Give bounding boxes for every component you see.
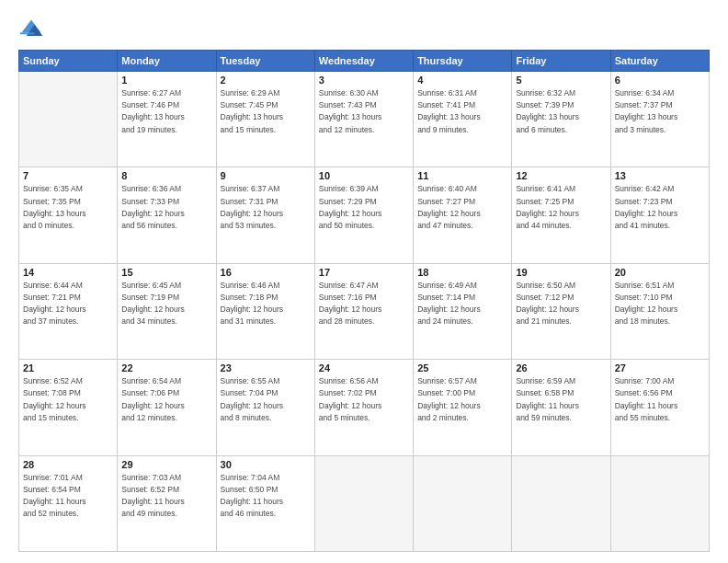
calendar-cell: 28Sunrise: 7:01 AM Sunset: 6:54 PM Dayli… <box>19 455 118 551</box>
day-number: 1 <box>121 75 211 86</box>
day-number: 22 <box>121 362 211 373</box>
day-info: Sunrise: 6:52 AM Sunset: 7:08 PM Dayligh… <box>23 375 113 424</box>
day-info: Sunrise: 6:47 AM Sunset: 7:16 PM Dayligh… <box>319 280 409 328</box>
calendar-cell: 2Sunrise: 6:29 AM Sunset: 7:45 PM Daylig… <box>216 72 314 167</box>
calendar-cell: 19Sunrise: 6:50 AM Sunset: 7:12 PM Dayli… <box>512 263 610 359</box>
day-number: 21 <box>23 362 113 373</box>
calendar-cell: 27Sunrise: 7:00 AM Sunset: 6:56 PM Dayli… <box>610 360 709 455</box>
calendar-cell <box>314 455 413 551</box>
day-number: 25 <box>417 362 507 373</box>
calendar-cell: 8Sunrise: 6:36 AM Sunset: 7:33 PM Daylig… <box>118 167 216 263</box>
calendar-cell: 12Sunrise: 6:41 AM Sunset: 7:25 PM Dayli… <box>512 167 610 263</box>
day-info: Sunrise: 7:03 AM Sunset: 6:52 PM Dayligh… <box>121 472 211 521</box>
col-header-sunday: Sunday <box>19 51 118 72</box>
day-number: 23 <box>221 362 311 373</box>
day-info: Sunrise: 6:30 AM Sunset: 7:43 PM Dayligh… <box>319 87 409 136</box>
calendar-cell: 9Sunrise: 6:37 AM Sunset: 7:31 PM Daylig… <box>216 167 314 263</box>
day-number: 28 <box>23 459 113 470</box>
logo-icon <box>18 17 44 42</box>
day-number: 16 <box>221 267 311 278</box>
col-header-thursday: Thursday <box>414 51 512 72</box>
day-number: 3 <box>319 75 409 86</box>
calendar-cell: 25Sunrise: 6:57 AM Sunset: 7:00 PM Dayli… <box>414 360 512 455</box>
calendar-header-row: SundayMondayTuesdayWednesdayThursdayFrid… <box>19 51 710 72</box>
day-info: Sunrise: 6:32 AM Sunset: 7:39 PM Dayligh… <box>516 87 606 136</box>
day-number: 9 <box>221 170 311 181</box>
day-number: 8 <box>121 170 211 181</box>
day-info: Sunrise: 7:04 AM Sunset: 6:50 PM Dayligh… <box>221 472 311 521</box>
day-info: Sunrise: 6:35 AM Sunset: 7:35 PM Dayligh… <box>23 183 113 232</box>
day-number: 26 <box>516 362 606 373</box>
day-number: 19 <box>516 267 606 278</box>
day-number: 6 <box>615 75 705 86</box>
calendar-cell <box>610 455 709 551</box>
calendar-cell: 5Sunrise: 6:32 AM Sunset: 7:39 PM Daylig… <box>512 72 610 167</box>
day-number: 24 <box>319 362 409 373</box>
calendar-cell: 17Sunrise: 6:47 AM Sunset: 7:16 PM Dayli… <box>314 263 413 359</box>
day-number: 15 <box>121 267 211 278</box>
day-number: 10 <box>319 170 409 181</box>
day-number: 13 <box>615 170 705 181</box>
calendar-cell: 16Sunrise: 6:46 AM Sunset: 7:18 PM Dayli… <box>216 263 314 359</box>
calendar-week-3: 14Sunrise: 6:44 AM Sunset: 7:21 PM Dayli… <box>19 263 710 359</box>
day-number: 7 <box>23 170 113 181</box>
day-number: 20 <box>615 267 705 278</box>
calendar-cell: 23Sunrise: 6:55 AM Sunset: 7:04 PM Dayli… <box>216 360 314 455</box>
day-info: Sunrise: 6:37 AM Sunset: 7:31 PM Dayligh… <box>221 183 311 232</box>
calendar-week-1: 1Sunrise: 6:27 AM Sunset: 7:46 PM Daylig… <box>19 72 710 167</box>
logo <box>18 17 46 42</box>
day-info: Sunrise: 6:50 AM Sunset: 7:12 PM Dayligh… <box>516 280 606 328</box>
calendar-cell: 21Sunrise: 6:52 AM Sunset: 7:08 PM Dayli… <box>19 360 118 455</box>
calendar-cell: 26Sunrise: 6:59 AM Sunset: 6:58 PM Dayli… <box>512 360 610 455</box>
day-info: Sunrise: 6:59 AM Sunset: 6:58 PM Dayligh… <box>516 375 606 424</box>
day-info: Sunrise: 6:40 AM Sunset: 7:27 PM Dayligh… <box>417 183 507 232</box>
day-info: Sunrise: 6:42 AM Sunset: 7:23 PM Dayligh… <box>615 183 705 232</box>
calendar-cell: 1Sunrise: 6:27 AM Sunset: 7:46 PM Daylig… <box>118 72 216 167</box>
calendar-week-4: 21Sunrise: 6:52 AM Sunset: 7:08 PM Dayli… <box>19 360 710 455</box>
day-number: 18 <box>417 267 507 278</box>
day-number: 12 <box>516 170 606 181</box>
day-number: 5 <box>516 75 606 86</box>
day-info: Sunrise: 6:51 AM Sunset: 7:10 PM Dayligh… <box>615 280 705 328</box>
col-header-tuesday: Tuesday <box>216 51 314 72</box>
day-info: Sunrise: 6:34 AM Sunset: 7:37 PM Dayligh… <box>615 87 705 136</box>
calendar-cell: 6Sunrise: 6:34 AM Sunset: 7:37 PM Daylig… <box>610 72 709 167</box>
calendar-cell: 13Sunrise: 6:42 AM Sunset: 7:23 PM Dayli… <box>610 167 709 263</box>
calendar-cell: 14Sunrise: 6:44 AM Sunset: 7:21 PM Dayli… <box>19 263 118 359</box>
calendar-cell: 24Sunrise: 6:56 AM Sunset: 7:02 PM Dayli… <box>314 360 413 455</box>
day-info: Sunrise: 6:45 AM Sunset: 7:19 PM Dayligh… <box>121 280 211 328</box>
calendar-cell: 30Sunrise: 7:04 AM Sunset: 6:50 PM Dayli… <box>216 455 314 551</box>
calendar-cell: 10Sunrise: 6:39 AM Sunset: 7:29 PM Dayli… <box>314 167 413 263</box>
day-info: Sunrise: 7:01 AM Sunset: 6:54 PM Dayligh… <box>23 472 113 521</box>
calendar-cell: 22Sunrise: 6:54 AM Sunset: 7:06 PM Dayli… <box>118 360 216 455</box>
day-info: Sunrise: 6:27 AM Sunset: 7:46 PM Dayligh… <box>121 87 211 136</box>
col-header-monday: Monday <box>118 51 216 72</box>
calendar-cell <box>19 72 118 167</box>
svg-rect-3 <box>20 33 35 35</box>
calendar-cell: 18Sunrise: 6:49 AM Sunset: 7:14 PM Dayli… <box>414 263 512 359</box>
day-info: Sunrise: 6:36 AM Sunset: 7:33 PM Dayligh… <box>121 183 211 232</box>
col-header-wednesday: Wednesday <box>314 51 413 72</box>
day-info: Sunrise: 6:56 AM Sunset: 7:02 PM Dayligh… <box>319 375 409 424</box>
calendar-cell <box>414 455 512 551</box>
day-number: 17 <box>319 267 409 278</box>
day-info: Sunrise: 6:54 AM Sunset: 7:06 PM Dayligh… <box>121 375 211 424</box>
calendar-cell: 3Sunrise: 6:30 AM Sunset: 7:43 PM Daylig… <box>314 72 413 167</box>
day-info: Sunrise: 6:31 AM Sunset: 7:41 PM Dayligh… <box>417 87 507 136</box>
page: SundayMondayTuesdayWednesdayThursdayFrid… <box>0 0 728 563</box>
day-info: Sunrise: 6:55 AM Sunset: 7:04 PM Dayligh… <box>221 375 311 424</box>
day-info: Sunrise: 6:46 AM Sunset: 7:18 PM Dayligh… <box>221 280 311 328</box>
calendar-week-2: 7Sunrise: 6:35 AM Sunset: 7:35 PM Daylig… <box>19 167 710 263</box>
header <box>18 17 710 42</box>
day-number: 2 <box>221 75 311 86</box>
day-info: Sunrise: 7:00 AM Sunset: 6:56 PM Dayligh… <box>615 375 705 424</box>
calendar-cell: 29Sunrise: 7:03 AM Sunset: 6:52 PM Dayli… <box>118 455 216 551</box>
calendar-cell <box>512 455 610 551</box>
calendar-cell: 15Sunrise: 6:45 AM Sunset: 7:19 PM Dayli… <box>118 263 216 359</box>
day-number: 4 <box>417 75 507 86</box>
col-header-friday: Friday <box>512 51 610 72</box>
day-number: 30 <box>221 459 311 470</box>
calendar-cell: 20Sunrise: 6:51 AM Sunset: 7:10 PM Dayli… <box>610 263 709 359</box>
calendar-cell: 11Sunrise: 6:40 AM Sunset: 7:27 PM Dayli… <box>414 167 512 263</box>
calendar-cell: 7Sunrise: 6:35 AM Sunset: 7:35 PM Daylig… <box>19 167 118 263</box>
